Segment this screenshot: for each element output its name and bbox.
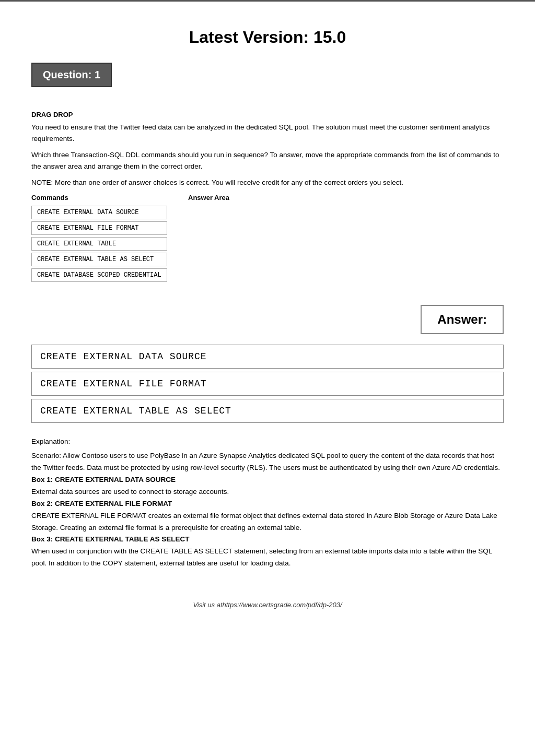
command-item-2[interactable]: CREATE EXTERNAL FILE FORMAT (31, 221, 167, 235)
answer-item-3[interactable]: CREATE EXTERNAL TABLE AS SELECT (31, 399, 504, 423)
answer-area-column: Answer Area (188, 194, 504, 206)
explanation-box3-label: Box 3: CREATE EXTERNAL TABLE AS SELECT (31, 535, 190, 543)
explanation-box1-label: Box 1: CREATE EXTERNAL DATA SOURCE (31, 476, 176, 483)
explanation-scenario: Scenario: Allow Contoso users to use Pol… (31, 450, 504, 474)
answer-item-1[interactable]: CREATE EXTERNAL DATA SOURCE (31, 345, 504, 369)
explanation-title: Explanation: (31, 436, 504, 448)
explanation-box1-text: External data sources are used to connec… (31, 486, 504, 498)
command-item-1[interactable]: CREATE EXTERNAL DATA SOURCE (31, 206, 167, 219)
answer-item-2[interactable]: CREATE EXTERNAL FILE FORMAT (31, 372, 504, 396)
command-item-4[interactable]: CREATE EXTERNAL TABLE AS SELECT (31, 253, 167, 266)
explanation-box3-text: When used in conjunction with the CREATE… (31, 546, 504, 570)
question-text-3: NOTE: More than one order of answer choi… (31, 177, 504, 188)
question-header: Question: 1 (31, 63, 112, 87)
question-text-2: Which three Transaction-SQL DDL commands… (31, 149, 504, 172)
command-item-3[interactable]: CREATE EXTERNAL TABLE (31, 237, 167, 251)
answer-area-column-header: Answer Area (188, 194, 504, 202)
explanation-section: Explanation: Scenario: Allow Contoso use… (31, 436, 504, 570)
footer-text: Visit us athttps://www.certsgrade.com/pd… (193, 601, 342, 609)
footer: Visit us athttps://www.certsgrade.com/pd… (31, 601, 504, 609)
explanation-box2-text: CREATE EXTERNAL FILE FORMAT creates an e… (31, 510, 504, 534)
explanation-box2-label: Box 2: CREATE EXTERNAL FILE FORMAT (31, 500, 172, 507)
page-title: Latest Version: 15.0 (31, 28, 504, 47)
command-item-5[interactable]: CREATE DATABASE SCOPED CREDENTIAL (31, 268, 167, 282)
answer-section: Answer: (31, 305, 504, 334)
question-text-1: You need to ensure that the Twitter feed… (31, 122, 504, 144)
commands-column-header: Commands (31, 194, 167, 202)
question-header-wrapper: Question: 1 (31, 63, 504, 100)
commands-column: Commands CREATE EXTERNAL DATA SOURCE CRE… (31, 194, 167, 284)
answer-box-header: Answer: (421, 305, 504, 334)
answer-items-section: CREATE EXTERNAL DATA SOURCE CREATE EXTER… (31, 345, 504, 423)
drag-drop-label: DRAG DROP (31, 111, 504, 119)
drag-drop-columns: Commands CREATE EXTERNAL DATA SOURCE CRE… (31, 194, 504, 284)
